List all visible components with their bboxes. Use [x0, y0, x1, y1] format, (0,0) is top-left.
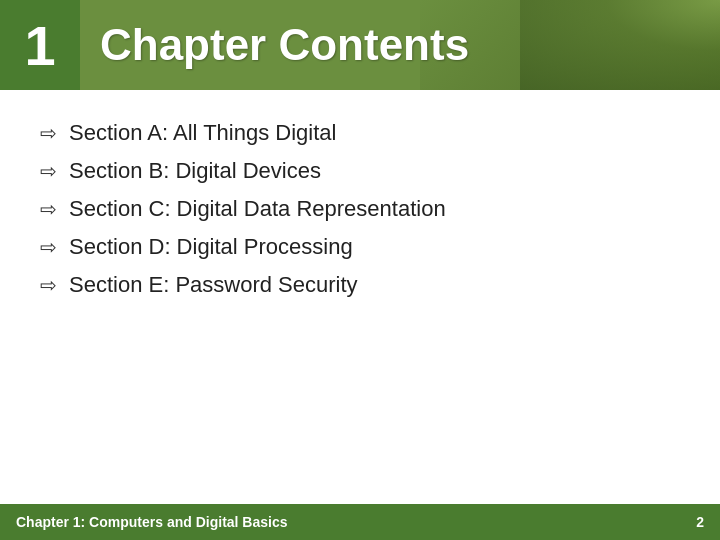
chapter-number: 1 — [0, 0, 80, 90]
list-item: ⇨ Section E: Password Security — [40, 272, 680, 298]
slide-container: 1 Chapter Contents ⇨ Section A: All Thin… — [0, 0, 720, 540]
section-text: Section D: Digital Processing — [69, 234, 353, 260]
footer-title: Chapter 1: Computers and Digital Basics — [16, 514, 288, 530]
arrow-icon: ⇨ — [40, 197, 57, 221]
chapter-title: Chapter Contents — [100, 20, 469, 70]
section-text: Section E: Password Security — [69, 272, 358, 298]
header-bar: 1 Chapter Contents — [0, 0, 720, 90]
list-item: ⇨ Section C: Digital Data Representation — [40, 196, 680, 222]
arrow-icon: ⇨ — [40, 273, 57, 297]
list-item: ⇨ Section A: All Things Digital — [40, 120, 680, 146]
number-text: 1 — [24, 13, 55, 78]
arrow-icon: ⇨ — [40, 159, 57, 183]
footer-bar: Chapter 1: Computers and Digital Basics … — [0, 504, 720, 540]
arrow-icon: ⇨ — [40, 121, 57, 145]
section-list: ⇨ Section A: All Things Digital ⇨ Sectio… — [40, 120, 680, 298]
list-item: ⇨ Section B: Digital Devices — [40, 158, 680, 184]
content-area: ⇨ Section A: All Things Digital ⇨ Sectio… — [0, 90, 720, 504]
section-text: Section C: Digital Data Representation — [69, 196, 446, 222]
footer-page: 2 — [696, 514, 704, 530]
list-item: ⇨ Section D: Digital Processing — [40, 234, 680, 260]
arrow-icon: ⇨ — [40, 235, 57, 259]
section-text: Section B: Digital Devices — [69, 158, 321, 184]
section-text: Section A: All Things Digital — [69, 120, 336, 146]
title-box: Chapter Contents — [80, 0, 720, 90]
